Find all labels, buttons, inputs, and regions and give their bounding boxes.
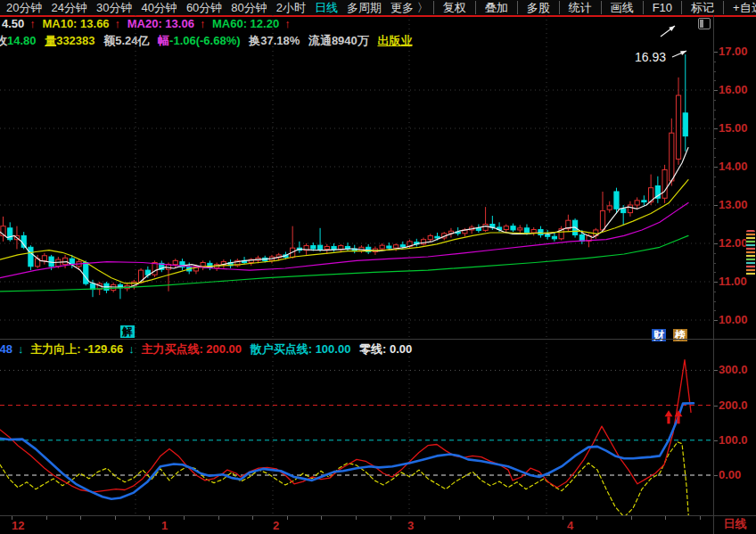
period-tab[interactable]: 更多 〉 xyxy=(386,1,433,14)
period-tab[interactable]: 20分钟 xyxy=(2,1,46,14)
month-label: 12 xyxy=(12,519,24,532)
period-tab[interactable]: 多周期 xyxy=(342,1,386,14)
price-axis-label: 11.00 xyxy=(719,275,756,288)
toolbar-button[interactable]: 复权 xyxy=(433,1,475,14)
indicator-value: 主力买点线: 200.00 xyxy=(141,342,244,356)
toolbar-button[interactable]: 统计 xyxy=(559,1,601,14)
period-tab[interactable]: 40分钟 xyxy=(136,1,181,14)
indicator-axis-label: 300.0 xyxy=(719,363,756,376)
month-label: 1 xyxy=(161,519,168,532)
price-axis-label: 17.00 xyxy=(719,45,756,58)
toolbar-button[interactable]: F10 xyxy=(643,1,681,14)
candlestick-chart[interactable]: 16.93 xyxy=(0,15,713,339)
axis-border xyxy=(713,15,714,534)
toolbar-button[interactable]: 叠加 xyxy=(475,1,517,14)
period-tab[interactable]: 60分钟 xyxy=(182,1,226,14)
indicator-value: 零线: 0.00 xyxy=(359,342,412,356)
toolbar-buttons: 复权叠加多股统计画线F10标记+自选返回 xyxy=(433,0,756,15)
time-axis: 121234 xyxy=(0,515,756,534)
month-label: 4 xyxy=(567,519,573,532)
rainbow-scrollbar-icon[interactable] xyxy=(746,230,755,276)
toolbar-button[interactable]: +自选 xyxy=(723,1,756,14)
indicator-axis-label: 200.0 xyxy=(719,398,756,412)
price-axis-label: 14.00 xyxy=(719,160,756,173)
indicator-axis-label: 100.0 xyxy=(719,433,756,447)
toolbar-button[interactable]: 标记 xyxy=(681,1,723,14)
indicator-header: .48↓ 主力向上: -129.66↓ 主力买点线: 200.00 散户买点线:… xyxy=(0,341,417,357)
indicator-axis-label: 0.00 xyxy=(719,468,756,481)
stock-chart-app: 20分钟24分钟30分钟40分钟60分钟80分钟2小时日线多周期更多 〉 复权叠… xyxy=(0,0,756,534)
panel-toggle-icon[interactable] xyxy=(698,18,711,29)
toolbar-button[interactable]: 画线 xyxy=(601,1,643,14)
indicator-value: 散户买点线: 100.00 xyxy=(251,342,354,356)
price-axis-label: 15.00 xyxy=(719,121,756,135)
period-tab[interactable]: 日线 xyxy=(310,1,342,14)
svg-text:16.93: 16.93 xyxy=(635,50,666,64)
price-axis-label: 10.00 xyxy=(719,313,756,326)
jie-badge-button[interactable]: 解 xyxy=(120,325,135,338)
toolbar-button[interactable]: 多股 xyxy=(517,1,559,14)
period-tab[interactable]: 30分钟 xyxy=(92,1,136,14)
indicator-value: ↓ xyxy=(128,342,137,356)
period-tab[interactable]: 2小时 xyxy=(272,1,310,14)
price-axis-label: 13.00 xyxy=(719,198,756,211)
indicator-chart[interactable] xyxy=(0,339,713,515)
month-label: 3 xyxy=(407,519,414,532)
period-tabs: 20分钟24分钟30分钟40分钟60分钟80分钟2小时日线多周期更多 〉 xyxy=(0,0,433,15)
price-axis-label: 16.00 xyxy=(719,83,756,96)
indicator-value: 主力向上: -129.66 xyxy=(30,342,123,356)
time-axis-period-label: 日线 xyxy=(713,515,756,534)
indicator-value: .48 xyxy=(0,342,12,356)
indicator-value: ↓ xyxy=(18,342,27,356)
month-label: 2 xyxy=(273,519,279,532)
period-tab[interactable]: 80分钟 xyxy=(226,1,271,14)
period-tab[interactable]: 24分钟 xyxy=(46,1,91,14)
